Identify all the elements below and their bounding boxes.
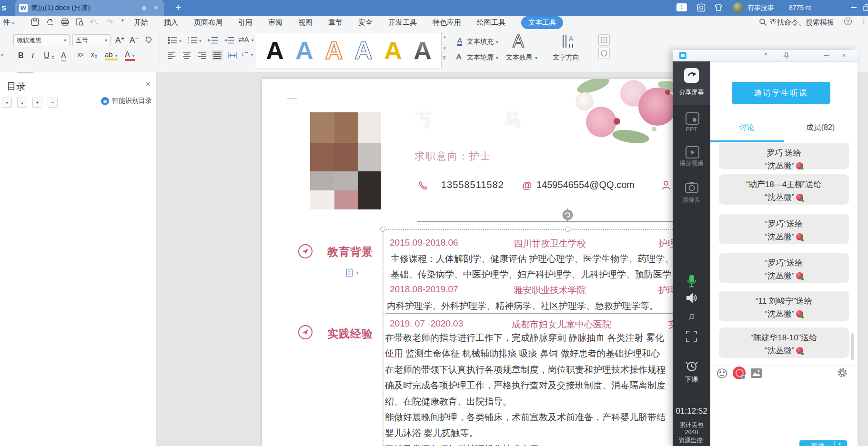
text-effect-button[interactable]: 文本效果▾ [506, 53, 537, 62]
ribbon-tab[interactable]: 绘图工具 [477, 18, 505, 27]
wordart-gallery[interactable]: AAAAAA [256, 32, 442, 69]
ribbon-tab[interactable]: 引用 [238, 18, 252, 27]
text-outline-button[interactable]: 文本轮廓▾ [467, 53, 498, 62]
tab-members[interactable]: 成员(82) [784, 123, 857, 133]
wordart-style[interactable]: A [384, 38, 402, 63]
smart-toc-button[interactable]: ≣ 智能识别目录 [101, 97, 152, 105]
chat-scrollbar-thumb[interactable] [851, 333, 854, 360]
toc-zoom-out-button[interactable]: − [48, 98, 58, 108]
ribbon-tab[interactable]: 插入 [164, 18, 178, 27]
toc-close-icon[interactable]: × [146, 79, 151, 89]
send-button[interactable]: 发送 ▾ [799, 440, 847, 446]
wordart-style[interactable]: A [354, 38, 373, 63]
ribbon-tab[interactable]: 安全 [358, 18, 373, 27]
send-image-icon[interactable] [750, 368, 762, 378]
ribbon-tab[interactable]: 开始 [134, 18, 148, 27]
highlight-button[interactable]: ab▾ [105, 50, 118, 60]
grow-font-button[interactable]: A⁺ [115, 35, 125, 45]
pinyin-guide-icon[interactable] [598, 34, 610, 46]
avatar[interactable] [733, 2, 743, 13]
align-center-icon[interactable] [181, 50, 192, 60]
clear-format-icon[interactable] [144, 36, 152, 44]
text-direction-button[interactable]: 文字方向 [553, 53, 579, 62]
ribbon-tab[interactable]: 文本工具 [521, 16, 563, 29]
more-menu-icon[interactable]: ⋮ [860, 17, 868, 26]
wordart-style[interactable]: A [266, 38, 284, 63]
print-preview-icon[interactable] [75, 18, 84, 27]
play-video-icon[interactable] [686, 146, 699, 159]
tab-discussion[interactable]: 讨论 [710, 123, 784, 133]
invite-students-button[interactable]: 邀请学生听课 [732, 82, 830, 104]
italic-button[interactable]: I [31, 51, 34, 60]
decrease-indent-icon[interactable] [208, 36, 218, 44]
toc-collapse-all-button[interactable]: ▾ [2, 98, 12, 108]
char-scale-icon[interactable]: ⇄A▾ [238, 35, 254, 44]
window-count-badge[interactable]: 1 [676, 3, 687, 11]
number-dropdown-icon[interactable]: ▾ [199, 39, 202, 43]
bullet-dropdown-icon[interactable]: ▾ [179, 39, 182, 43]
new-tab-button[interactable]: + [175, 2, 181, 13]
fullscreen-icon[interactable] [686, 331, 697, 342]
emoji-icon[interactable] [717, 368, 727, 379]
selection-handle[interactable] [565, 227, 570, 232]
text-fill-button[interactable]: 文本填充▾ [467, 38, 498, 46]
underline-button[interactable]: U▾ [44, 51, 54, 60]
panel-minimize-icon[interactable] [824, 55, 829, 56]
font-name-select[interactable]: 微软雅黑▾ [13, 34, 70, 46]
wordart-style[interactable]: A [414, 38, 432, 63]
align-right-icon[interactable] [196, 50, 208, 60]
wordart-style[interactable]: A [325, 38, 343, 63]
qat-more-icon[interactable]: ▾ [121, 18, 124, 23]
send-flower-icon[interactable] [733, 367, 746, 379]
chat-settings-gear-icon[interactable] [837, 367, 848, 378]
wordart-style[interactable]: A [295, 38, 313, 63]
toc-zoom-in-button[interactable]: + [32, 98, 42, 108]
ribbon-tab[interactable]: 开发工具 [388, 18, 417, 27]
panel-close-icon[interactable]: × [842, 51, 846, 59]
rotate-handle[interactable] [562, 209, 574, 221]
panel-dropdown-icon[interactable]: ▾ [765, 51, 767, 57]
align-left-icon[interactable] [166, 50, 177, 60]
command-search-input[interactable]: 查找命令、搜索模板 [770, 18, 834, 27]
ribbon-tab[interactable]: 页面布局 [194, 18, 222, 27]
toc-expand-all-button[interactable]: ▴ [17, 98, 27, 108]
pin-icon[interactable] [783, 52, 790, 59]
ribbon-tab[interactable]: 章节 [328, 18, 343, 27]
gallery-more-icon[interactable]: ⊽ [443, 55, 446, 60]
justify-icon[interactable] [212, 50, 223, 60]
speaker-icon[interactable] [686, 293, 697, 303]
minimize-button[interactable] [851, 7, 857, 8]
enclose-char-icon[interactable] [598, 48, 610, 59]
ribbon-tab[interactable]: 审阅 [268, 18, 283, 27]
file-menu[interactable]: 件 ▾ [3, 18, 14, 27]
ppt-icon[interactable] [686, 112, 699, 125]
promotion-icon[interactable] [697, 3, 706, 12]
end-class-bell-icon[interactable] [685, 360, 699, 374]
numbered-list-icon[interactable]: 123 [188, 36, 197, 44]
camera-icon[interactable] [685, 181, 699, 194]
overflow-chevron-icon[interactable]: ▾ [1, 52, 3, 58]
username[interactable]: 有事没事 [747, 4, 774, 12]
wps-logo[interactable]: S [1, 4, 6, 12]
increase-indent-icon[interactable] [224, 36, 234, 44]
save-icon[interactable] [30, 18, 40, 27]
doc-part-icon[interactable] [346, 268, 354, 278]
document-page[interactable]: 丂 马 求职意向：护士 13558511582 @ 1459546554@QQ.… [262, 79, 693, 446]
distribute-icon[interactable] [227, 50, 238, 60]
tab-close-icon[interactable]: × [154, 3, 158, 11]
gallery-up-icon[interactable]: ▴ [444, 34, 446, 39]
ribbon-tab[interactable]: 特色应用 [433, 18, 461, 27]
redo-icon[interactable]: ↷ [107, 18, 113, 27]
doc-part-dropdown-icon[interactable]: ▾ [356, 271, 359, 276]
skin-shirt-icon[interactable] [714, 3, 723, 12]
restore-button[interactable] [863, 4, 868, 11]
font-size-select[interactable]: 五号▾ [72, 34, 111, 46]
rail-item-share-screen[interactable]: 分享屏幕 [673, 61, 710, 105]
undo-icon[interactable]: ↶▾ [90, 18, 98, 27]
panel-title-bar[interactable]: ▾ × [673, 50, 858, 62]
bold-button[interactable]: B [18, 51, 24, 60]
bullet-list-icon[interactable] [168, 36, 177, 44]
superscript-button[interactable]: X² [77, 51, 83, 59]
export-pdf-icon[interactable] [46, 18, 55, 27]
print-icon[interactable] [61, 18, 70, 27]
